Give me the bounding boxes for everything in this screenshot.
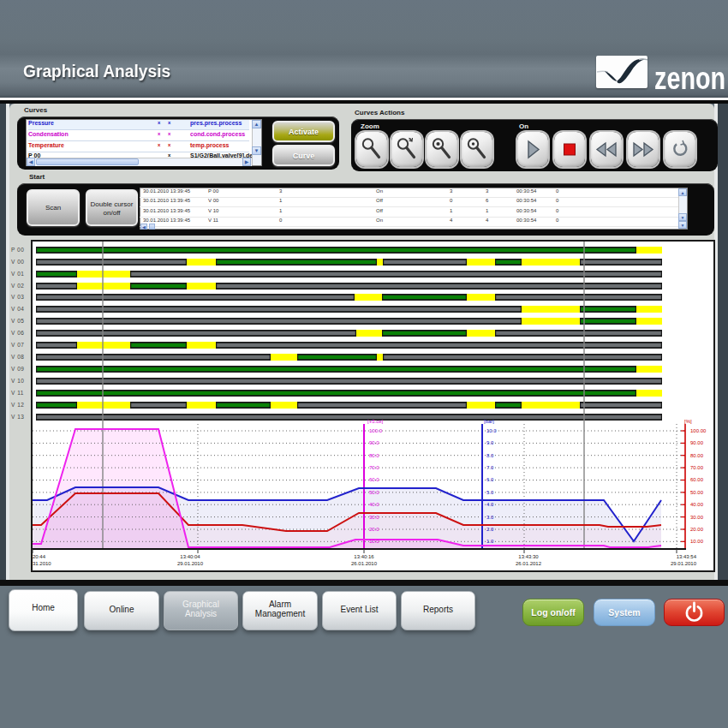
svg-text:13:43:30: 13:43:30 <box>518 554 539 559</box>
svg-text:3.0: 3.0 <box>486 515 494 520</box>
svg-text:7.0: 7.0 <box>486 465 494 470</box>
svg-text:13:40:16: 13:40:16 <box>354 554 374 559</box>
svg-text:20.0: 20.0 <box>369 527 379 532</box>
svg-text:80.00: 80.00 <box>690 453 704 458</box>
svg-text:[+5.ce]: [+5.ce] <box>367 419 384 424</box>
svg-text:30.0: 30.0 <box>369 515 379 520</box>
svg-text:5.0: 5.0 <box>486 490 494 495</box>
svg-text:90.00: 90.00 <box>690 440 704 445</box>
svg-text:100.00: 100.00 <box>690 428 707 433</box>
svg-text:50.0: 50.0 <box>369 490 379 495</box>
svg-text:9.0: 9.0 <box>486 440 494 445</box>
svg-text:31.2010: 31.2010 <box>33 561 51 566</box>
svg-text:70.0: 70.0 <box>369 465 379 470</box>
svg-text:26.01.2012: 26.01.2012 <box>516 561 542 566</box>
svg-text:70.00: 70.00 <box>690 465 704 470</box>
svg-text:40.00: 40.00 <box>690 502 704 507</box>
svg-text:30.00: 30.00 <box>690 515 704 520</box>
svg-text:29.01.2010: 29.01.2010 <box>671 561 697 566</box>
svg-text:13:43:54: 13:43:54 <box>677 554 697 559</box>
svg-text:10.0: 10.0 <box>486 428 497 433</box>
svg-text:2.0: 2.0 <box>486 527 494 532</box>
svg-text:4.0: 4.0 <box>486 502 494 507</box>
svg-text:26.01.2010: 26.01.2010 <box>351 561 378 566</box>
svg-text:10.00: 10.00 <box>690 539 704 544</box>
svg-text:1.0: 1.0 <box>486 539 494 544</box>
svg-text:10.0: 10.0 <box>369 539 379 544</box>
svg-text:40.0: 40.0 <box>369 502 379 507</box>
svg-text:60.00: 60.00 <box>690 477 704 482</box>
svg-text:[bar]: [bar] <box>484 419 494 424</box>
svg-text:80.0: 80.0 <box>369 453 379 458</box>
svg-text:100.0: 100.0 <box>369 428 383 433</box>
svg-text:20.00: 20.00 <box>690 527 704 532</box>
svg-text:50.00: 50.00 <box>690 490 704 495</box>
svg-text:6.0: 6.0 <box>486 477 494 482</box>
svg-text:20:44: 20:44 <box>33 554 46 559</box>
svg-text:8.0: 8.0 <box>486 453 494 458</box>
svg-text:29.01.2010: 29.01.2010 <box>177 561 204 566</box>
svg-text:60.0: 60.0 <box>369 477 379 482</box>
svg-text:13:40:04: 13:40:04 <box>180 554 200 559</box>
svg-text:90.0: 90.0 <box>369 440 379 445</box>
svg-text:[%]: [%] <box>684 419 692 424</box>
